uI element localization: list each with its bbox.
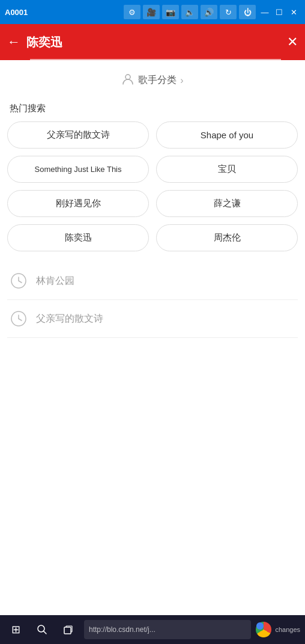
tag-item-7[interactable]: 陈奕迅 — [7, 224, 149, 251]
history-item-1[interactable]: 林肯公园 — [7, 262, 298, 300]
svg-rect-9 — [64, 627, 71, 634]
chrome-icon[interactable] — [256, 622, 271, 637]
app-id-label: A0001 — [5, 8, 28, 17]
header-close-button[interactable]: ✕ — [287, 34, 298, 50]
history-text-1: 林肯公园 — [36, 275, 74, 287]
taskbar: ⊞ http://blo.csdn.net/j... changes — [0, 615, 305, 644]
start-button[interactable]: ⊞ — [5, 619, 26, 640]
taskbar-label: changes — [275, 626, 300, 633]
taskbar-app-icons: changes — [256, 622, 300, 637]
settings-btn[interactable]: ⚙ — [124, 5, 140, 19]
svg-point-0 — [125, 75, 130, 79]
artist-category[interactable]: 歌手分类 › — [7, 60, 298, 94]
tag-item-6[interactable]: 薛之谦 — [156, 190, 298, 217]
svg-line-6 — [19, 319, 22, 320]
taskbar-url-bar: http://blo.csdn.net/j... — [84, 620, 251, 639]
artist-icon — [121, 72, 134, 88]
title-bar-controls: ⚙ 🎥 📷 🔈 🔊 ↻ ⏻ — ☐ ✕ — [124, 5, 300, 19]
taskbar-window-button[interactable] — [58, 619, 79, 640]
tag-item-2[interactable]: Shape of you — [156, 121, 298, 149]
clock-icon-2 — [10, 310, 28, 328]
svg-line-3 — [19, 281, 22, 283]
refresh-btn[interactable]: ↻ — [220, 5, 237, 19]
artist-arrow-icon: › — [180, 75, 183, 86]
svg-line-8 — [44, 631, 47, 634]
app-header: ← ✕ — [0, 24, 305, 60]
clock-icon-1 — [10, 272, 28, 290]
camera-photo-btn[interactable]: 📷 — [162, 5, 179, 19]
minimize-btn[interactable]: — — [258, 5, 271, 19]
volume-down-btn[interactable]: 🔈 — [181, 5, 198, 19]
history-item-2[interactable]: 父亲写的散文诗 — [7, 300, 298, 338]
power-btn[interactable]: ⏻ — [239, 5, 256, 19]
taskbar-search-button[interactable] — [31, 619, 53, 640]
restore-btn[interactable]: ☐ — [273, 5, 286, 19]
back-button[interactable]: ← — [7, 34, 20, 50]
camera-record-btn[interactable]: 🎥 — [143, 5, 160, 19]
artist-category-label: 歌手分类 — [138, 74, 177, 87]
volume-up-btn[interactable]: 🔊 — [201, 5, 217, 19]
tag-item-4[interactable]: 宝贝 — [156, 156, 298, 183]
main-content: 歌手分类 › 热门搜索 父亲写的散文诗 Shape of you Somethi… — [0, 60, 305, 615]
title-bar: A0001 ⚙ 🎥 📷 🔈 🔊 ↻ ⏻ — ☐ ✕ — [0, 0, 305, 24]
tag-item-8[interactable]: 周杰伦 — [156, 224, 298, 251]
close-btn[interactable]: ✕ — [287, 5, 300, 19]
search-underline — [30, 59, 281, 60]
tag-item-5[interactable]: 刚好遇见你 — [7, 190, 149, 217]
search-input[interactable] — [26, 35, 287, 49]
tags-grid: 父亲写的散文诗 Shape of you Something Just Like… — [7, 121, 298, 251]
tag-item-3[interactable]: Something Just Like This — [7, 156, 149, 183]
history-section: 林肯公园 父亲写的散文诗 — [7, 262, 298, 338]
hot-search-title: 热门搜索 — [7, 94, 298, 121]
window-controls: — ☐ ✕ — [258, 5, 300, 19]
taskbar-url-text: http://blo.csdn.net/j... — [89, 625, 156, 634]
tag-item-1[interactable]: 父亲写的散文诗 — [7, 121, 149, 149]
history-text-2: 父亲写的散文诗 — [36, 313, 103, 325]
